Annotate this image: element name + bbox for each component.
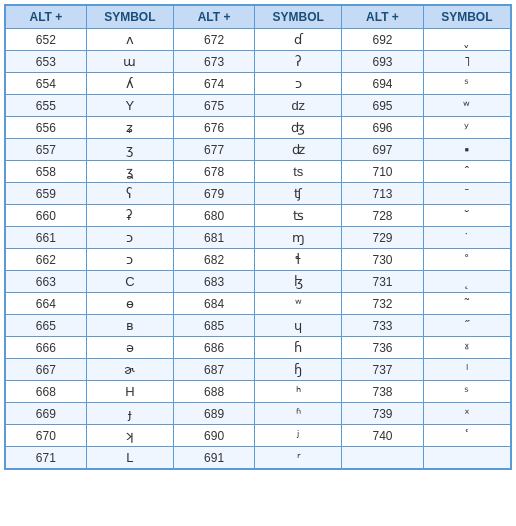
sym-value-17-0: ɟ bbox=[86, 403, 173, 425]
alt-value-17-2: 739 bbox=[342, 403, 423, 425]
sym-value-1-2: ˥ bbox=[423, 51, 511, 73]
alt-value-4-0: 656 bbox=[5, 117, 86, 139]
sym-value-19-2 bbox=[423, 447, 511, 470]
sym-value-12-2: ˜ bbox=[423, 293, 511, 315]
alt-value-18-0: 670 bbox=[5, 425, 86, 447]
alt-value-18-2: 740 bbox=[342, 425, 423, 447]
sym-value-14-1: ɦ bbox=[255, 337, 342, 359]
alt-value-1-1: 673 bbox=[173, 51, 254, 73]
sym-value-4-1: ʤ bbox=[255, 117, 342, 139]
alt-value-7-1: 679 bbox=[173, 183, 254, 205]
alt-value-1-2: 693 bbox=[342, 51, 423, 73]
table-row: 657ʒ677ʣ697▪ bbox=[5, 139, 511, 161]
table-row: 656ʑ676ʤ696ʸ bbox=[5, 117, 511, 139]
sym-value-3-0: Y bbox=[86, 95, 173, 117]
alt-value-8-1: 680 bbox=[173, 205, 254, 227]
table-row: 652ʌ672ɗ692ˬ bbox=[5, 29, 511, 51]
sym-value-11-2: ˛ bbox=[423, 271, 511, 293]
alt-value-5-2: 697 bbox=[342, 139, 423, 161]
alt-value-16-2: 738 bbox=[342, 381, 423, 403]
sym-value-15-1: ɧ bbox=[255, 359, 342, 381]
alt-value-9-0: 661 bbox=[5, 227, 86, 249]
sym-value-14-2: ˠ bbox=[423, 337, 511, 359]
sym-value-17-1: ʱ bbox=[255, 403, 342, 425]
sym-value-2-1: ɔ bbox=[255, 73, 342, 95]
table-row: 663C683ɮ731˛ bbox=[5, 271, 511, 293]
alt-value-6-0: 658 bbox=[5, 161, 86, 183]
table-row: 668H688ʰ738ˢ bbox=[5, 381, 511, 403]
col-alt-2: ALT + bbox=[173, 5, 254, 29]
sym-value-6-0: ʓ bbox=[86, 161, 173, 183]
alt-value-11-0: 663 bbox=[5, 271, 86, 293]
alt-value-11-1: 683 bbox=[173, 271, 254, 293]
alt-value-0-2: 692 bbox=[342, 29, 423, 51]
sym-value-5-2: ▪ bbox=[423, 139, 511, 161]
sym-value-10-1: ɬ bbox=[255, 249, 342, 271]
alt-value-7-2: 713 bbox=[342, 183, 423, 205]
alt-value-6-2: 710 bbox=[342, 161, 423, 183]
alt-value-9-1: 681 bbox=[173, 227, 254, 249]
sym-value-13-0: ʙ bbox=[86, 315, 173, 337]
table-row: 658ʓ678ts710ˆ bbox=[5, 161, 511, 183]
sym-value-8-1: ʦ bbox=[255, 205, 342, 227]
sym-value-3-1: dz bbox=[255, 95, 342, 117]
alt-value-2-1: 674 bbox=[173, 73, 254, 95]
header-row: ALT + SYMBOL ALT + SYMBOL ALT + SYMBOL bbox=[5, 5, 511, 29]
sym-value-3-2: ʷ bbox=[423, 95, 511, 117]
alt-value-16-1: 688 bbox=[173, 381, 254, 403]
sym-value-4-2: ʸ bbox=[423, 117, 511, 139]
table-row: 671L691ʳ bbox=[5, 447, 511, 470]
alt-value-5-0: 657 bbox=[5, 139, 86, 161]
table-row: 666ə686ɦ736ˠ bbox=[5, 337, 511, 359]
sym-value-16-2: ˢ bbox=[423, 381, 511, 403]
alt-value-15-1: 687 bbox=[173, 359, 254, 381]
sym-value-9-2: ˙ bbox=[423, 227, 511, 249]
alt-value-19-1: 691 bbox=[173, 447, 254, 470]
table-row: 655Y675dz695ʷ bbox=[5, 95, 511, 117]
alt-value-5-1: 677 bbox=[173, 139, 254, 161]
alt-value-15-2: 737 bbox=[342, 359, 423, 381]
alt-value-9-2: 729 bbox=[342, 227, 423, 249]
sym-value-18-2: ʿ bbox=[423, 425, 511, 447]
table-row: 659ʕ679ʧ713ˉ bbox=[5, 183, 511, 205]
sym-value-8-0: ʡ bbox=[86, 205, 173, 227]
alt-value-8-2: 728 bbox=[342, 205, 423, 227]
alt-value-12-0: 664 bbox=[5, 293, 86, 315]
sym-value-13-1: ɥ bbox=[255, 315, 342, 337]
alt-value-14-1: 686 bbox=[173, 337, 254, 359]
sym-value-5-1: ʣ bbox=[255, 139, 342, 161]
sym-value-4-0: ʑ bbox=[86, 117, 173, 139]
alt-value-10-0: 662 bbox=[5, 249, 86, 271]
sym-value-2-0: ʎ bbox=[86, 73, 173, 95]
alt-value-3-0: 655 bbox=[5, 95, 86, 117]
alt-value-19-0: 671 bbox=[5, 447, 86, 470]
alt-value-11-2: 731 bbox=[342, 271, 423, 293]
alt-value-13-1: 685 bbox=[173, 315, 254, 337]
sym-value-1-1: ʔ bbox=[255, 51, 342, 73]
alt-value-0-1: 672 bbox=[173, 29, 254, 51]
alt-value-8-0: 660 bbox=[5, 205, 86, 227]
table-row: 669ɟ689ʱ739ˣ bbox=[5, 403, 511, 425]
sym-value-12-1: ʷ bbox=[255, 293, 342, 315]
alt-value-4-2: 696 bbox=[342, 117, 423, 139]
col-alt-3: ALT + bbox=[342, 5, 423, 29]
alt-value-17-1: 689 bbox=[173, 403, 254, 425]
alt-value-19-2 bbox=[342, 447, 423, 470]
alt-value-12-2: 732 bbox=[342, 293, 423, 315]
alt-symbol-table: ALT + SYMBOL ALT + SYMBOL ALT + SYMBOL 6… bbox=[4, 4, 512, 470]
alt-value-3-2: 695 bbox=[342, 95, 423, 117]
sym-value-15-2: ˡ bbox=[423, 359, 511, 381]
sym-value-5-0: ʒ bbox=[86, 139, 173, 161]
sym-value-8-2: ˘ bbox=[423, 205, 511, 227]
sym-value-10-0: ɔ bbox=[86, 249, 173, 271]
alt-value-15-0: 667 bbox=[5, 359, 86, 381]
alt-value-14-2: 736 bbox=[342, 337, 423, 359]
sym-value-7-0: ʕ bbox=[86, 183, 173, 205]
sym-value-7-2: ˉ bbox=[423, 183, 511, 205]
sym-value-7-1: ʧ bbox=[255, 183, 342, 205]
sym-value-10-2: ˚ bbox=[423, 249, 511, 271]
sym-value-2-2: ˢ bbox=[423, 73, 511, 95]
alt-value-13-2: 733 bbox=[342, 315, 423, 337]
alt-value-1-0: 653 bbox=[5, 51, 86, 73]
alt-value-12-1: 684 bbox=[173, 293, 254, 315]
